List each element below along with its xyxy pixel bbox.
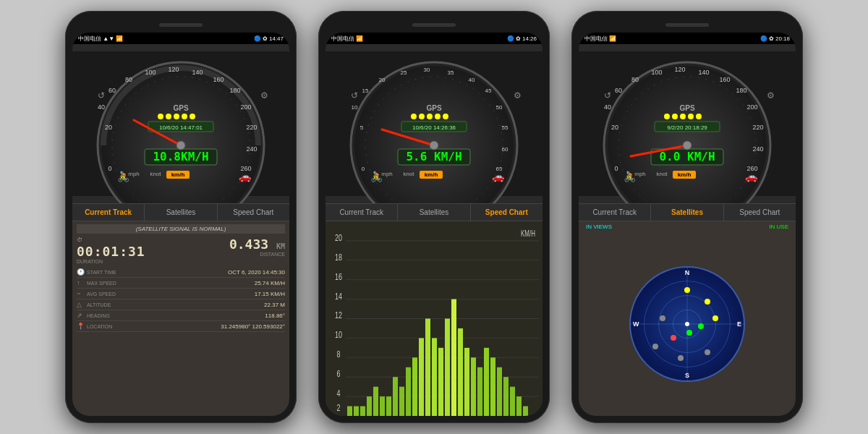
avgspeed-icon-1: ~: [77, 290, 87, 297]
svg-text:10: 10: [352, 104, 358, 111]
sat-dot-9: [678, 355, 684, 361]
svg-rect-122: [510, 387, 515, 416]
screen-1: 中国电信 ▲▼ 📶 🔵 ✿ 14:47: [72, 33, 289, 416]
svg-rect-102: [380, 396, 385, 416]
phone-2: 中国电信 📶 🔵 ✿ 14:26 5 10 15 20 25: [318, 11, 550, 423]
svg-text:9/2/20 20:18:29: 9/2/20 20:18:29: [667, 124, 707, 131]
svg-text:25: 25: [401, 69, 407, 76]
sat-dot-7: [660, 315, 665, 321]
svg-point-146: [680, 114, 686, 119]
altitude-icon-1: △: [77, 301, 87, 308]
svg-text:16: 16: [335, 271, 342, 281]
svg-rect-103: [386, 396, 391, 416]
svg-text:0: 0: [614, 165, 618, 172]
speedo-svg-2: 5 10 15 20 25 30 35 40 45 50 55 60 65 0 …: [326, 44, 542, 203]
svg-text:160: 160: [719, 76, 730, 83]
speedometer-3: 20 40 60 80 100 120 140 160 180 200 220 …: [579, 44, 796, 203]
tab-current-track-1[interactable]: Current Track: [72, 204, 145, 221]
svg-text:14: 14: [335, 291, 343, 301]
svg-text:140: 140: [698, 69, 709, 76]
status-bar-1: 中国电信 ▲▼ 📶 🔵 ✿ 14:47: [72, 33, 289, 44]
timer-value-1: 00:01:31: [77, 244, 145, 259]
tab-current-track-3[interactable]: Current Track: [579, 204, 651, 221]
svg-point-60: [435, 114, 441, 119]
svg-text:30: 30: [424, 67, 430, 73]
svg-text:🚴: 🚴: [370, 171, 383, 183]
svg-text:18: 18: [335, 252, 342, 262]
svg-point-147: [688, 114, 694, 119]
dist-label-1: DISTANCE: [260, 252, 285, 257]
tab-speed-chart-3[interactable]: Speed Chart: [724, 204, 796, 221]
tab-speed-chart-2[interactable]: Speed Chart: [471, 204, 542, 221]
tab-satellites-1[interactable]: Satellites: [145, 204, 217, 221]
radar-center: [685, 322, 689, 326]
svg-text:60: 60: [615, 87, 622, 94]
svg-point-71: [430, 141, 438, 150]
status-bar-3: 中国电信 📶 🔵 ✿ 20:18: [579, 33, 796, 44]
tab-current-track-2[interactable]: Current Track: [326, 204, 398, 221]
tab-bar-3: Current Track Satellites Speed Chart: [579, 203, 796, 221]
tab-satellites-2[interactable]: Satellites: [398, 204, 470, 221]
maxspeed-icon-1: ↑: [77, 279, 87, 286]
phone-notch-1: [72, 18, 289, 31]
svg-rect-98: [354, 407, 359, 416]
svg-rect-121: [503, 377, 509, 416]
svg-point-59: [427, 114, 433, 119]
svg-rect-108: [419, 338, 424, 416]
compass-w: W: [633, 320, 639, 328]
sat-headers-3: IN VIEWS IN USE: [579, 221, 796, 232]
svg-text:KM/H: KM/H: [521, 229, 535, 238]
svg-point-144: [664, 114, 670, 119]
speaker-1: [159, 23, 203, 27]
svg-text:5.6 KM/H: 5.6 KM/H: [406, 150, 461, 163]
info-row-loc-1: 📍 LOCATION 31.245980° 120.593022°: [77, 321, 285, 332]
svg-rect-97: [347, 407, 352, 416]
svg-text:20: 20: [335, 232, 342, 242]
svg-text:mph: mph: [128, 171, 140, 177]
speaker-2: [412, 23, 456, 27]
svg-text:100: 100: [145, 69, 156, 76]
info-row-heading-1: ⇗ HEADING 118.86°: [77, 310, 285, 321]
sat-dot-2: [705, 299, 710, 305]
status-right-2: 🔵 ✿ 14:26: [507, 35, 537, 42]
svg-text:🚴: 🚴: [624, 171, 637, 183]
svg-text:GPS: GPS: [679, 104, 694, 112]
svg-text:6: 6: [336, 368, 340, 378]
content-area-1: (SATELLITE SIGNAL IS NORMAL) ⏱ 00:01:31 …: [72, 221, 289, 416]
svg-text:40: 40: [604, 103, 611, 111]
svg-text:km/h: km/h: [425, 171, 438, 178]
status-left-2: 中国电信 📶: [331, 35, 363, 43]
sat-dot-6: [671, 335, 676, 341]
svg-text:45: 45: [485, 88, 492, 94]
tab-speed-chart-1[interactable]: Speed Chart: [218, 204, 289, 221]
content-area-3: IN VIEWS IN USE N S E: [579, 221, 796, 416]
speed-chart-svg: 20 18 16 14 12 10 8 6 4 2 KM/H: [326, 221, 542, 416]
svg-rect-111: [438, 348, 443, 416]
svg-text:220: 220: [752, 124, 763, 131]
sat-content-3: IN VIEWS IN USE N S E: [579, 221, 796, 416]
svg-rect-115: [464, 348, 469, 416]
svg-text:40: 40: [469, 77, 475, 83]
svg-text:2: 2: [336, 402, 340, 412]
svg-point-158: [683, 141, 692, 150]
svg-text:120: 120: [168, 66, 179, 73]
svg-text:0.0 KM/H: 0.0 KM/H: [659, 150, 715, 163]
tab-satellites-3[interactable]: Satellites: [651, 204, 723, 221]
svg-text:⚙: ⚙: [260, 90, 268, 101]
svg-text:40: 40: [98, 103, 105, 111]
svg-rect-112: [445, 319, 450, 417]
svg-rect-116: [471, 357, 476, 416]
status-right-3: 🔵 ✿ 20:18: [760, 35, 790, 42]
svg-text:mph: mph: [381, 171, 393, 177]
svg-text:15: 15: [362, 88, 369, 94]
svg-text:80: 80: [631, 76, 639, 83]
svg-text:20: 20: [379, 77, 386, 83]
svg-rect-119: [490, 357, 495, 416]
svg-text:5: 5: [360, 124, 364, 131]
svg-text:km/h: km/h: [171, 171, 185, 178]
content-area-2: 20 18 16 14 12 10 8 6 4 2 KM/H: [326, 221, 542, 416]
svg-text:50: 50: [496, 104, 503, 111]
svg-text:knot: knot: [656, 171, 668, 177]
svg-rect-101: [373, 387, 378, 416]
svg-text:GPS: GPS: [173, 104, 188, 112]
